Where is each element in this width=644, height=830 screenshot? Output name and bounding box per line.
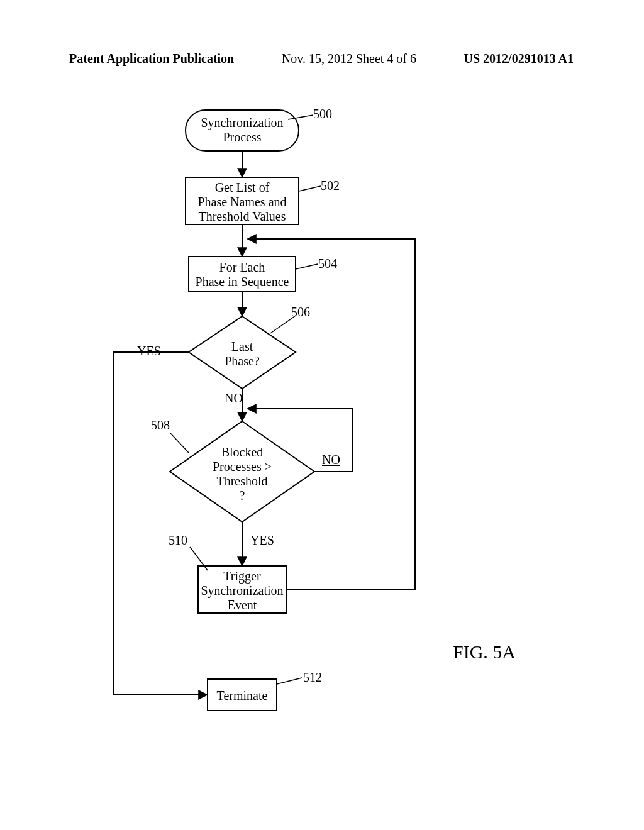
ref-502: 502 — [321, 179, 340, 193]
node-508-label: Blocked Processes > Threshold ? — [201, 445, 283, 503]
ref-508-leader — [170, 433, 189, 453]
edge-label-508-no: NO — [322, 453, 340, 467]
flowchart-canvas — [0, 0, 644, 830]
node-512-label: Terminate — [208, 689, 277, 703]
ref-504-leader — [296, 264, 318, 269]
node-510-label: Trigger Synchronization Event — [196, 569, 288, 612]
ref-504: 504 — [318, 257, 337, 271]
node-506-label: Last Phase? — [211, 340, 274, 368]
node-500-label: Synchronization Process — [192, 116, 292, 145]
node-502-label: Get List of Phase Names and Threshold Va… — [187, 180, 297, 224]
ref-512-leader — [277, 678, 302, 684]
figure-label: FIG. 5A — [453, 641, 516, 663]
edge-label-506-no: NO — [225, 391, 243, 406]
ref-500: 500 — [313, 107, 332, 121]
ref-512: 512 — [303, 670, 322, 685]
edge-label-506-yes: YES — [137, 344, 161, 358]
ref-502-leader — [299, 186, 321, 191]
ref-510: 510 — [169, 533, 187, 548]
node-504-label: For Each Phase in Sequence — [189, 260, 296, 289]
ref-506: 506 — [291, 305, 310, 319]
edge-506-yes — [113, 352, 206, 695]
edge-label-508-yes: YES — [250, 533, 274, 548]
ref-508: 508 — [151, 418, 170, 433]
